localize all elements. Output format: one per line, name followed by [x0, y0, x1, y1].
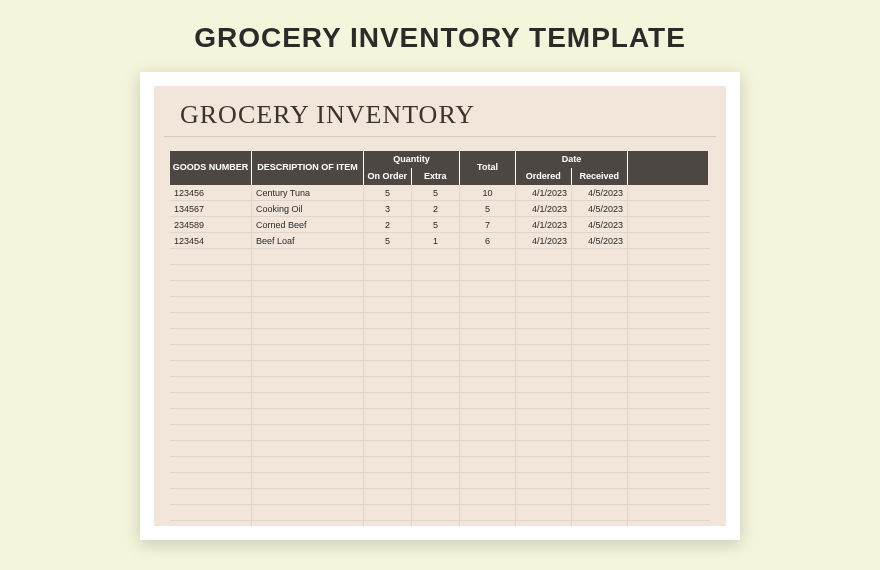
cell-goods-number: [170, 377, 252, 392]
cell-total: [460, 425, 516, 440]
cell-goods-number: [170, 281, 252, 296]
cell-total: [460, 521, 516, 526]
table-row: [170, 441, 710, 457]
cell-total: [460, 329, 516, 344]
cell-total: [460, 345, 516, 360]
cell-total: [460, 249, 516, 264]
cell-extra: [412, 329, 460, 344]
cell-on-order: [364, 441, 412, 456]
cell-extra: [412, 297, 460, 312]
table-row: [170, 281, 710, 297]
cell-extra: [412, 361, 460, 376]
cell-received: 4/5/2023: [572, 233, 628, 248]
cell-on-order: [364, 425, 412, 440]
cell-received: [572, 329, 628, 344]
cell-goods-number: [170, 313, 252, 328]
cell-on-order: 3: [364, 201, 412, 216]
cell-rest: [628, 505, 708, 520]
cell-description: [252, 473, 364, 488]
cell-rest: [628, 393, 708, 408]
cell-extra: [412, 425, 460, 440]
cell-rest: [628, 409, 708, 424]
cell-on-order: [364, 377, 412, 392]
cell-ordered: [516, 489, 572, 504]
cell-rest: [628, 249, 708, 264]
cell-extra: [412, 393, 460, 408]
cell-rest: [628, 297, 708, 312]
cell-extra: 5: [412, 217, 460, 232]
col-on-order: On Order: [364, 168, 412, 185]
cell-received: [572, 505, 628, 520]
cell-on-order: [364, 329, 412, 344]
cell-description: [252, 521, 364, 526]
cell-description: [252, 377, 364, 392]
cell-description: [252, 345, 364, 360]
cell-ordered: [516, 473, 572, 488]
cell-ordered: [516, 329, 572, 344]
cell-ordered: 4/1/2023: [516, 185, 572, 200]
cell-on-order: [364, 313, 412, 328]
table-row: [170, 329, 710, 345]
template-preview: GROCERY INVENTORY GOODS NUMBER DESCRIPTI…: [140, 72, 740, 540]
cell-on-order: [364, 345, 412, 360]
cell-extra: [412, 313, 460, 328]
cell-rest: [628, 457, 708, 472]
table-row: [170, 473, 710, 489]
cell-description: [252, 457, 364, 472]
cell-ordered: [516, 409, 572, 424]
cell-received: [572, 521, 628, 526]
cell-ordered: [516, 457, 572, 472]
cell-received: [572, 457, 628, 472]
cell-rest: [628, 313, 708, 328]
col-extra-space: [628, 151, 708, 185]
cell-received: [572, 281, 628, 296]
cell-extra: [412, 489, 460, 504]
cell-received: [572, 361, 628, 376]
cell-received: [572, 249, 628, 264]
cell-goods-number: [170, 409, 252, 424]
col-ordered: Ordered: [516, 168, 572, 185]
cell-total: [460, 457, 516, 472]
cell-ordered: [516, 345, 572, 360]
cell-received: [572, 409, 628, 424]
cell-total: [460, 473, 516, 488]
spreadsheet: GROCERY INVENTORY GOODS NUMBER DESCRIPTI…: [154, 86, 726, 526]
table-row: [170, 521, 710, 526]
cell-on-order: [364, 457, 412, 472]
cell-total: [460, 361, 516, 376]
cell-rest: [628, 489, 708, 504]
cell-rest: [628, 265, 708, 280]
cell-extra: 1: [412, 233, 460, 248]
cell-received: [572, 345, 628, 360]
cell-total: [460, 409, 516, 424]
cell-goods-number: [170, 505, 252, 520]
cell-description: [252, 313, 364, 328]
cell-description: Century Tuna: [252, 185, 364, 200]
cell-received: [572, 377, 628, 392]
cell-rest: [628, 361, 708, 376]
table-row: [170, 425, 710, 441]
cell-received: [572, 441, 628, 456]
cell-goods-number: [170, 361, 252, 376]
cell-goods-number: [170, 473, 252, 488]
col-extra: Extra: [412, 168, 460, 185]
cell-description: [252, 265, 364, 280]
cell-total: [460, 281, 516, 296]
cell-rest: [628, 281, 708, 296]
table-row: 134567Cooking Oil3254/1/20234/5/2023: [170, 201, 710, 217]
cell-rest: [628, 233, 708, 248]
page-title: GROCERY INVENTORY TEMPLATE: [0, 0, 880, 72]
table-row: [170, 361, 710, 377]
cell-description: Cooking Oil: [252, 201, 364, 216]
cell-ordered: 4/1/2023: [516, 201, 572, 216]
cell-total: 7: [460, 217, 516, 232]
cell-goods-number: [170, 521, 252, 526]
cell-description: [252, 281, 364, 296]
cell-total: [460, 505, 516, 520]
cell-ordered: [516, 393, 572, 408]
cell-goods-number: [170, 345, 252, 360]
cell-ordered: [516, 425, 572, 440]
cell-description: [252, 409, 364, 424]
cell-total: [460, 393, 516, 408]
cell-rest: [628, 377, 708, 392]
